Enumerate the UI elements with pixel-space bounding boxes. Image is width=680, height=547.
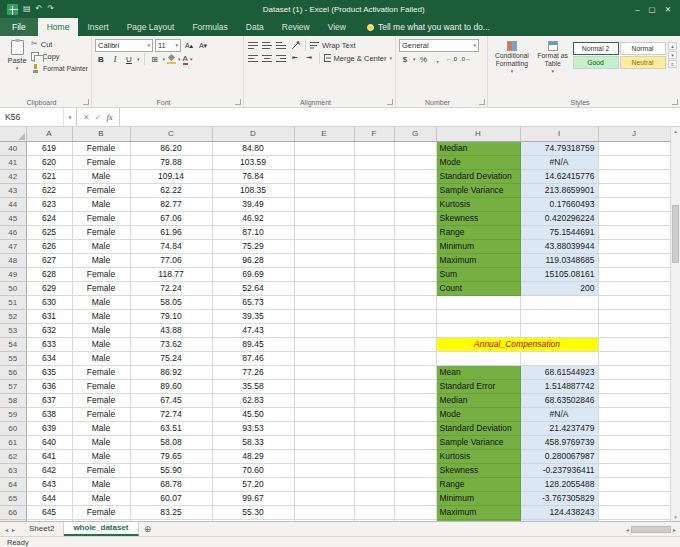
- cell[interactable]: 73.62: [130, 338, 212, 352]
- cell[interactable]: 72.24: [130, 282, 212, 296]
- cell[interactable]: [354, 422, 394, 436]
- cell[interactable]: [394, 184, 436, 198]
- cell[interactable]: 86.92: [130, 366, 212, 380]
- cell[interactable]: [598, 156, 670, 170]
- decrease-decimal-icon[interactable]: .0→: [460, 53, 472, 65]
- cell[interactable]: [598, 478, 670, 492]
- cell[interactable]: 0.17660493: [520, 198, 598, 212]
- cell[interactable]: [436, 310, 520, 324]
- cell[interactable]: Male: [72, 240, 130, 254]
- row-header-43[interactable]: 43: [0, 184, 26, 198]
- cell[interactable]: 87.10: [212, 226, 294, 240]
- cell[interactable]: Female: [72, 366, 130, 380]
- cell[interactable]: 79.65: [130, 450, 212, 464]
- horizontal-scrollbar[interactable]: ◂ ▸: [622, 522, 680, 536]
- cell[interactable]: [354, 226, 394, 240]
- cell[interactable]: [354, 366, 394, 380]
- cell[interactable]: 35.58: [212, 380, 294, 394]
- font-size-select[interactable]: 11▾: [155, 39, 181, 52]
- row-header-52[interactable]: 52: [0, 310, 26, 324]
- cell[interactable]: Female: [72, 226, 130, 240]
- row-header-51[interactable]: 51: [0, 296, 26, 310]
- cell[interactable]: [394, 380, 436, 394]
- cell[interactable]: 82.77: [130, 198, 212, 212]
- cell[interactable]: Skewness: [436, 464, 520, 478]
- cell[interactable]: 79.88: [130, 156, 212, 170]
- cell[interactable]: [354, 282, 394, 296]
- cell[interactable]: Male: [72, 492, 130, 506]
- cell[interactable]: [354, 380, 394, 394]
- cell[interactable]: 61.96: [130, 226, 212, 240]
- cell[interactable]: [394, 366, 436, 380]
- cell[interactable]: Female: [72, 408, 130, 422]
- gallery-more-icon[interactable]: ≡: [668, 60, 677, 68]
- cell[interactable]: Male: [72, 338, 130, 352]
- cell[interactable]: 96.28: [212, 254, 294, 268]
- cell[interactable]: Male: [72, 436, 130, 450]
- cell-style-good[interactable]: Good: [573, 56, 619, 69]
- column-header-F[interactable]: F: [354, 127, 394, 142]
- cell[interactable]: [394, 436, 436, 450]
- ribbon-tab-insert[interactable]: Insert: [78, 18, 117, 36]
- cell[interactable]: 21.4237479: [520, 422, 598, 436]
- underline-button[interactable]: U: [123, 53, 135, 65]
- clipboard-dialog-launcher[interactable]: [83, 99, 89, 105]
- cell[interactable]: [598, 506, 670, 520]
- ribbon-tab-formulas[interactable]: Formulas: [183, 18, 236, 36]
- name-box-dropdown-icon[interactable]: ▾: [64, 108, 77, 126]
- scroll-up-icon[interactable]: ▴: [674, 127, 677, 135]
- scroll-left-icon[interactable]: ◂: [626, 526, 629, 533]
- cell[interactable]: Count: [436, 282, 520, 296]
- cell[interactable]: 118.77: [130, 268, 212, 282]
- cell[interactable]: 626: [26, 240, 72, 254]
- cell[interactable]: Sample Variance: [436, 184, 520, 198]
- cell[interactable]: [598, 464, 670, 478]
- ribbon-tab-home[interactable]: Home: [38, 18, 79, 36]
- cell[interactable]: #N/A: [520, 156, 598, 170]
- cell[interactable]: [394, 408, 436, 422]
- cell[interactable]: 636: [26, 380, 72, 394]
- cell[interactable]: 642: [26, 464, 72, 478]
- cell[interactable]: [598, 254, 670, 268]
- row-header-60[interactable]: 60: [0, 422, 26, 436]
- select-all-button[interactable]: [0, 127, 26, 142]
- cell[interactable]: Male: [72, 254, 130, 268]
- cell[interactable]: 99.67: [212, 492, 294, 506]
- cell[interactable]: Kurtosis: [436, 450, 520, 464]
- cell[interactable]: [436, 352, 520, 366]
- underline-dropdown-icon[interactable]: ▾: [137, 57, 140, 62]
- cell[interactable]: [354, 198, 394, 212]
- cell[interactable]: [294, 212, 354, 226]
- cell[interactable]: 109.14: [130, 170, 212, 184]
- cell[interactable]: [354, 408, 394, 422]
- cell[interactable]: [598, 352, 670, 366]
- cell[interactable]: 87.46: [212, 352, 294, 366]
- cell[interactable]: 124.438243: [520, 506, 598, 520]
- cell[interactable]: 68.61544923: [520, 366, 598, 380]
- cell[interactable]: 638: [26, 408, 72, 422]
- cell[interactable]: 629: [26, 282, 72, 296]
- cell[interactable]: [394, 394, 436, 408]
- column-header-H[interactable]: H: [436, 127, 520, 142]
- cell[interactable]: [294, 240, 354, 254]
- comma-style-icon[interactable]: ,: [432, 53, 444, 65]
- borders-button[interactable]: ⊞: [149, 53, 161, 65]
- cell[interactable]: 55.90: [130, 464, 212, 478]
- row-header-48[interactable]: 48: [0, 254, 26, 268]
- column-header-B[interactable]: B: [72, 127, 130, 142]
- horizontal-scroll-thumb[interactable]: [631, 526, 671, 533]
- cell[interactable]: 58.08: [130, 436, 212, 450]
- font-color-dropdown-icon[interactable]: ▾: [190, 57, 193, 62]
- align-center-icon[interactable]: [261, 52, 273, 64]
- cell[interactable]: 39.49: [212, 198, 294, 212]
- cell[interactable]: 68.63502846: [520, 394, 598, 408]
- cell[interactable]: Median: [436, 142, 520, 156]
- row-header-56[interactable]: 56: [0, 366, 26, 380]
- cell[interactable]: [294, 366, 354, 380]
- cell[interactable]: Female: [72, 380, 130, 394]
- align-bottom-icon[interactable]: [275, 39, 287, 51]
- cell[interactable]: [294, 142, 354, 156]
- font-name-select[interactable]: Calibri▾: [95, 39, 153, 52]
- sheet-nav-left-icon[interactable]: ◂: [5, 526, 8, 533]
- ribbon-tab-review[interactable]: Review: [273, 18, 319, 36]
